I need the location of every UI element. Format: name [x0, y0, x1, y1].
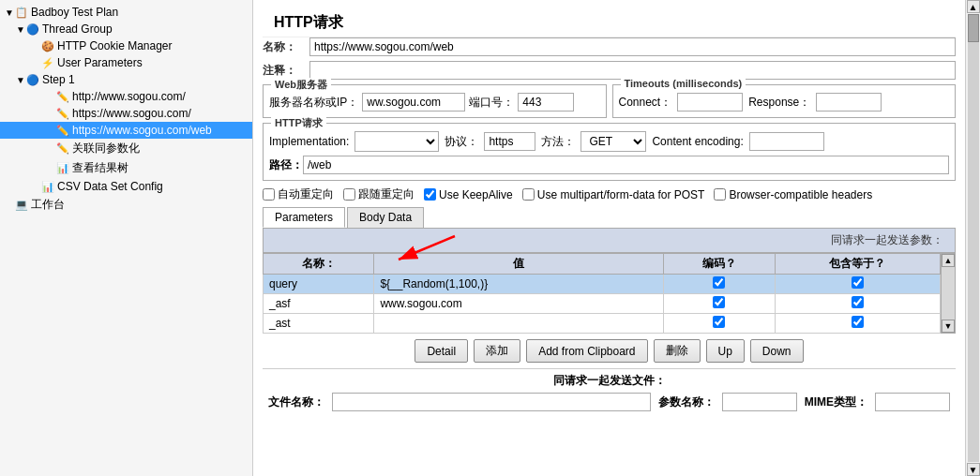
step-icon: 🔵	[26, 74, 39, 86]
param-name-input[interactable]	[722, 393, 797, 411]
scroll-thumb[interactable]	[968, 14, 979, 42]
server-name-input[interactable]	[362, 93, 465, 112]
down-button[interactable]: Down	[750, 339, 804, 363]
toggle-icon	[45, 143, 56, 154]
http-request-section: HTTP请求 Implementation: 协议： 方法： GET POST …	[263, 123, 956, 181]
user-icon: ⚡	[41, 57, 54, 69]
result-icon: 📊	[56, 162, 69, 174]
path-label: 路径：	[269, 157, 303, 173]
name-input[interactable]	[309, 37, 956, 56]
mime-input[interactable]	[875, 393, 950, 411]
connect-input[interactable]	[677, 93, 743, 112]
cell-encode	[664, 275, 775, 294]
encode-checkbox[interactable]	[713, 276, 725, 289]
cell-encode	[664, 314, 775, 334]
right-scrollbar: ▲ ▼	[965, 0, 980, 476]
web-server-row: 服务器名称或IP： 端口号：	[269, 93, 600, 112]
content-encoding-input[interactable]	[749, 132, 824, 151]
sidebar-item-cookie-manager[interactable]: 🍪 HTTP Cookie Manager	[0, 37, 252, 54]
sidebar-item-label: HTTP Cookie Manager	[57, 39, 173, 52]
detail-button[interactable]: Detail	[415, 339, 468, 363]
sidebar-item-url3[interactable]: ✏️ https://www.sogou.com/web	[0, 122, 252, 139]
sidebar-item-csv[interactable]: 📊 CSV Data Set Config	[0, 178, 252, 195]
encode-checkbox[interactable]	[713, 296, 725, 308]
auto-redirect-checkbox[interactable]	[263, 188, 275, 201]
browser-compat-checkbox[interactable]	[714, 188, 726, 201]
comment-input[interactable]	[309, 61, 956, 80]
implementation-select[interactable]	[354, 131, 439, 152]
include-checkbox[interactable]	[852, 316, 864, 328]
protocol-input[interactable]	[484, 132, 535, 151]
browser-compat-label: Browser-compatible headers	[729, 188, 872, 201]
url-icon: ✏️	[56, 108, 69, 120]
scroll-up-button[interactable]: ▲	[942, 254, 955, 267]
table-row[interactable]: _ast	[264, 314, 941, 334]
toggle-icon	[45, 163, 56, 173]
toggle-icon: ▼	[4, 7, 15, 18]
method-select[interactable]: GET POST	[580, 131, 646, 152]
scroll-up-arrow[interactable]: ▲	[967, 0, 980, 13]
keepalive-checkbox[interactable]	[424, 188, 436, 201]
sidebar-item-label: CSV Data Set Config	[57, 180, 163, 193]
include-checkbox[interactable]	[852, 276, 864, 289]
port-input[interactable]	[518, 93, 574, 112]
up-button[interactable]: Up	[706, 339, 745, 363]
sidebar-item-param[interactable]: ✏️ 关联同参数化	[0, 139, 252, 158]
toggle-icon	[45, 109, 56, 119]
page-title: HTTP请求	[263, 6, 956, 37]
sidebar-item-label: User Parameters	[57, 56, 143, 69]
sidebar-item-label: Thread Group	[42, 22, 113, 36]
toggle-icon: ▼	[15, 75, 26, 85]
path-input[interactable]	[303, 156, 949, 174]
sidebar-item-thread-group[interactable]: ▼ 🔵 Thread Group	[0, 21, 252, 37]
toggle-icon	[30, 41, 41, 52]
implementation-label: Implementation:	[269, 135, 349, 148]
scroll-track	[968, 14, 979, 462]
toggle-icon	[30, 58, 41, 68]
cell-name: _ast	[264, 314, 374, 334]
table-wrapper: 名称： 值 编码？ 包含等于？ query ${__Random(1,100,)…	[263, 253, 941, 334]
multipart-checkbox[interactable]	[522, 188, 535, 201]
sidebar-item-user-params[interactable]: ⚡ User Parameters	[0, 54, 252, 71]
sidebar-item-test-plan[interactable]: ▼ 📋 Badboy Test Plan	[0, 4, 252, 21]
delete-button[interactable]: 删除	[654, 339, 701, 363]
mime-label: MIME类型：	[805, 394, 867, 410]
include-checkbox[interactable]	[852, 296, 864, 308]
sidebar-item-url1[interactable]: ✏️ http://www.sogou.com/	[0, 88, 252, 105]
scroll-down-arrow[interactable]: ▼	[967, 463, 980, 476]
sidebar-item-result[interactable]: 📊 查看结果树	[0, 158, 252, 178]
cell-value: www.sogou.com	[374, 294, 664, 314]
sidebar-item-url2[interactable]: ✏️ https://www.sogou.com/	[0, 105, 252, 122]
cell-include	[775, 314, 940, 334]
follow-redirect-checkbox[interactable]	[343, 188, 355, 201]
col-encode: 编码？	[664, 254, 775, 275]
sidebar-item-workspace[interactable]: 💻 工作台	[0, 195, 252, 215]
add-button[interactable]: 添加	[474, 339, 520, 363]
tab-parameters[interactable]: Parameters	[263, 207, 345, 228]
scroll-down-button[interactable]: ▼	[942, 320, 955, 333]
table-row[interactable]: _asf www.sogou.com	[264, 294, 941, 314]
content-encoding-label: Content encoding:	[652, 135, 743, 148]
file-name-input[interactable]	[332, 393, 651, 411]
encode-checkbox[interactable]	[713, 316, 725, 328]
sidebar-item-step1[interactable]: ▼ 🔵 Step 1	[0, 71, 252, 88]
tab-body-data[interactable]: Body Data	[347, 207, 424, 228]
main-panel: HTTP请求 名称： 注释： Web服务器 服务器名称或IP： 端口号：	[253, 0, 965, 476]
response-label: Response：	[748, 95, 810, 111]
follow-redirect-label: 跟随重定向	[358, 186, 415, 202]
response-input[interactable]	[816, 93, 882, 112]
table-row[interactable]: query ${__Random(1,100,)}	[264, 275, 941, 294]
follow-redirect-checkbox-label[interactable]: 跟随重定向	[343, 186, 415, 202]
auto-redirect-checkbox-label[interactable]: 自动重定向	[263, 186, 334, 202]
server-name-label: 服务器名称或IP：	[269, 95, 358, 111]
param-name-label: 参数名称：	[658, 394, 715, 410]
sidebar: ▼ 📋 Badboy Test Plan ▼ 🔵 Thread Group 🍪 …	[0, 0, 253, 476]
table-container: 名称： 值 编码？ 包含等于？ query ${__Random(1,100,)…	[263, 253, 956, 334]
browser-compat-checkbox-label[interactable]: Browser-compatible headers	[714, 188, 872, 201]
multipart-checkbox-label[interactable]: Use multipart/form-data for POST	[522, 188, 705, 201]
keepalive-checkbox-label[interactable]: Use KeepAlive	[424, 188, 513, 201]
path-row: 路径：	[269, 156, 949, 174]
sidebar-item-label: http://www.sogou.com/	[72, 90, 186, 103]
add-clipboard-button[interactable]: Add from Clipboard	[526, 339, 647, 363]
table-note: 同请求一起发送参数：	[263, 229, 956, 253]
